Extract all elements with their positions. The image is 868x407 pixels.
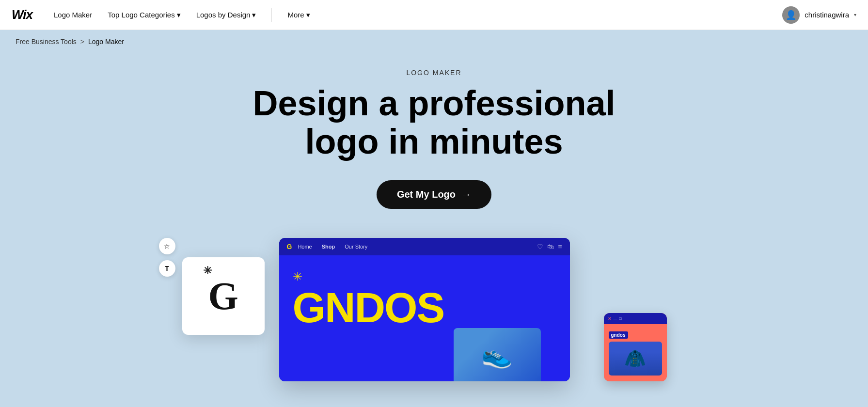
browser-star-decoration: ✳ <box>293 270 556 283</box>
browser-icons: ♡ 🛍 ≡ <box>537 243 562 250</box>
nav-more[interactable]: More ▾ <box>282 7 316 23</box>
text-tool-icon[interactable]: T <box>159 260 175 277</box>
browser-topbar: G Home Shop Our Story ♡ 🛍 ≡ <box>279 238 570 255</box>
mobile-mockup: ✕ — □ gndos 🧥 <box>604 313 667 381</box>
nav-top-logo-categories[interactable]: Top Logo Categories ▾ <box>102 7 186 23</box>
breadcrumb-current: Logo Maker <box>88 38 124 46</box>
user-chevron-icon: ▾ <box>854 12 856 17</box>
mobile-logo-badge: gndos <box>609 331 628 339</box>
nav-links: Logo Maker Top Logo Categories ▾ Logos b… <box>48 7 782 23</box>
wix-logo[interactable]: Wix <box>12 7 32 22</box>
nav-logos-by-design[interactable]: Logos by Design ▾ <box>190 7 262 23</box>
browser-nav-shop: Shop <box>322 244 335 250</box>
browser-mockup: G Home Shop Our Story ♡ 🛍 ≡ ✳ GNDOS <box>279 238 570 381</box>
hero-section: Free Business Tools > Logo Maker LOGO MA… <box>0 0 868 407</box>
hero-label: LOGO MAKER <box>406 69 461 77</box>
browser-body: ✳ GNDOS 👟 <box>279 255 570 381</box>
shoe-image: 👟 <box>454 328 541 381</box>
nav-separator <box>271 8 272 22</box>
mockup-area: ☆ T ✳ G G Home Shop Our Story <box>240 238 628 381</box>
hero-title: Design a professional logo in minutes <box>253 84 615 161</box>
hoodie-image: 🧥 <box>609 342 662 376</box>
breadcrumb-parent[interactable]: Free Business Tools <box>16 38 77 46</box>
browser-nav-home: Home <box>298 244 312 250</box>
chevron-down-icon: ▾ <box>177 11 181 19</box>
nav-right: 👤 christinagwira ▾ <box>782 6 856 24</box>
arrow-icon: → <box>461 189 471 200</box>
username[interactable]: christinagwira <box>805 11 849 19</box>
mobile-body: gndos 🧥 <box>604 324 667 381</box>
nav-logo-maker[interactable]: Logo Maker <box>48 7 98 23</box>
mobile-close-icon: ✕ <box>608 316 612 321</box>
get-my-logo-button[interactable]: Get My Logo → <box>377 180 491 209</box>
hero-content: LOGO MAKER Design a professional logo in… <box>253 69 615 209</box>
star-tool-icon[interactable]: ☆ <box>159 238 175 254</box>
logo-star-decoration: ✳ <box>203 265 212 277</box>
mobile-minimize-icon: — <box>614 316 617 321</box>
logo-preview-card: ✳ G <box>182 257 265 335</box>
breadcrumb: Free Business Tools > Logo Maker <box>16 38 124 46</box>
browser-nav-links: Home Shop Our Story <box>298 244 367 250</box>
chevron-down-icon: ▾ <box>306 11 310 19</box>
mobile-topbar: ✕ — □ <box>604 313 667 324</box>
heart-icon: ♡ <box>537 243 543 250</box>
browser-brand-name: GNDOS <box>293 286 556 329</box>
avatar[interactable]: 👤 <box>782 6 800 24</box>
navbar: Wix Logo Maker Top Logo Categories ▾ Log… <box>0 0 868 30</box>
menu-icon: ≡ <box>558 243 562 250</box>
logo-letter: ✳ G <box>208 274 238 318</box>
bag-icon: 🛍 <box>547 243 554 250</box>
breadcrumb-separator: > <box>80 38 84 46</box>
mobile-expand-icon: □ <box>619 316 622 321</box>
chevron-down-icon: ▾ <box>252 11 256 19</box>
browser-nav-story: Our Story <box>345 244 367 250</box>
